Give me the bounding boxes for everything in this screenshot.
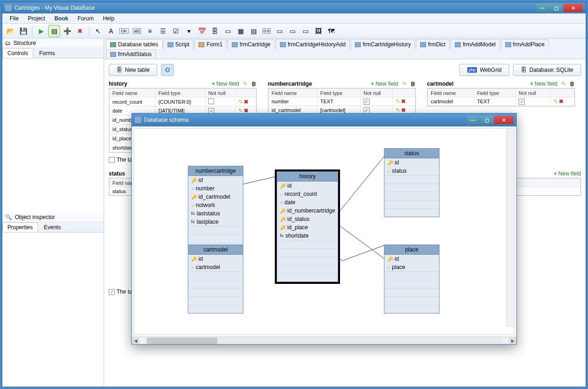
table-row[interactable]: number TEXT✎✖ (269, 97, 415, 106)
schema-field[interactable]: 🔑id_numbercartridge (277, 207, 338, 215)
dialog-minimize-button[interactable]: — (466, 116, 479, 124)
schema-button[interactable]: ⌬ (161, 64, 174, 76)
delete-table-icon[interactable]: 🗑 (251, 81, 257, 87)
image-button[interactable]: 🖼 (312, 25, 324, 37)
schema-table-history[interactable]: history🔑id○record_count○date🔑id_numberca… (277, 171, 338, 282)
run-button[interactable]: ▶ (35, 25, 47, 37)
new-field-button[interactable]: + New field (554, 170, 581, 177)
edit-table-icon[interactable]: ✎ (402, 81, 407, 87)
form-button[interactable]: ▤ (48, 25, 60, 37)
schema-field[interactable]: ○cartmodel (188, 263, 243, 271)
groupbox-button[interactable]: ▭ (286, 25, 298, 37)
tab-frmcartridgehistory[interactable]: frmCartridgeHistory (351, 39, 415, 49)
schema-field[interactable]: 🔑id (188, 176, 243, 184)
schema-dialog[interactable]: Database schema — ▢ ✕ numbercartridge🔑id… (131, 113, 517, 345)
tab-form1[interactable]: Form1 (194, 39, 227, 49)
schema-table-place[interactable]: place🔑id○place (384, 245, 439, 314)
tab-frmcartridgehistoryadd[interactable]: frmCartridgeHistoryAdd (276, 39, 350, 49)
schema-field[interactable]: ○place (384, 263, 439, 271)
new-field-button[interactable]: + New field (530, 81, 557, 87)
delete-table-icon[interactable]: 🗑 (569, 81, 575, 87)
schema-table-header[interactable]: numbercartridge (188, 166, 243, 176)
button-button[interactable]: OK (118, 25, 130, 37)
titlebar[interactable]: Cartridges - My Visual DataBase — ▢ ✕ (2, 2, 586, 13)
schema-canvas[interactable]: numbercartridge🔑id○number🔑id_cartmodel○n… (134, 128, 514, 335)
treeview-button[interactable]: ▤ (248, 25, 260, 37)
schema-field[interactable]: ○notwork (188, 201, 243, 209)
schema-field[interactable]: fxlastplace (188, 218, 243, 226)
schema-field[interactable]: fxshortdate (277, 232, 338, 240)
scroll-right-button[interactable]: ▶ (509, 338, 516, 344)
new-table-button[interactable]: 🗄 New table (109, 64, 157, 76)
edit-icon[interactable]: ✎ (238, 99, 243, 105)
new-field-button[interactable]: + New field (371, 81, 398, 87)
schema-field[interactable]: 🔑id_cartmodel (188, 193, 243, 201)
close-button[interactable]: ✕ (563, 4, 583, 12)
table-row[interactable]: record_count {COUNTER:0}✎✖ (110, 97, 256, 107)
maximize-button[interactable]: ▢ (550, 4, 563, 12)
schema-table-header[interactable]: cartmodel (188, 245, 243, 255)
tab-forms[interactable]: Forms (34, 48, 60, 58)
notnull-cell[interactable] (205, 97, 235, 107)
edit-icon[interactable]: ✎ (396, 107, 400, 113)
schema-table-cartmodel[interactable]: cartmodel🔑id○cartmodel (188, 245, 243, 314)
menu-file[interactable]: File (5, 14, 23, 23)
tab-frmaddmodel[interactable]: frmAddModel (451, 39, 500, 49)
counter-button[interactable]: 0-9 (260, 25, 272, 37)
edit-icon[interactable]: ✎ (396, 98, 400, 105)
scroll-left-button[interactable]: ◀ (132, 338, 139, 344)
cursor-button[interactable]: ↖ (92, 25, 104, 37)
schema-table-header[interactable]: place (384, 245, 439, 255)
memo-button[interactable]: ≡ (144, 25, 156, 37)
dbfile-button[interactable]: ▭ (222, 25, 234, 37)
table-row[interactable]: cartmodel TEXT✎✖ (428, 97, 575, 106)
schema-table-status[interactable]: status🔑id○status (384, 148, 439, 217)
dialog-maximize-button[interactable]: ▢ (480, 116, 493, 124)
richedit-button[interactable]: ☰ (157, 25, 169, 37)
edit-button[interactable]: ab| (131, 25, 143, 37)
panel-button[interactable]: ▭ (273, 25, 285, 37)
dbimage-button[interactable]: 🗄 (209, 25, 221, 37)
schema-field[interactable]: 🔑id (384, 158, 439, 167)
notnull-cell[interactable] (516, 97, 551, 106)
schema-field[interactable]: 🔑id (277, 182, 338, 190)
tab-frmcartridge[interactable]: frmCartridge (228, 39, 275, 49)
minimize-button[interactable]: — (536, 4, 549, 12)
scrollbar-horizontal[interactable]: ◀ ▶ (132, 337, 516, 344)
menu-book[interactable]: Book (50, 14, 73, 23)
tab-script[interactable]: Script (163, 39, 194, 49)
tab-events[interactable]: Events (39, 222, 66, 232)
delete-icon[interactable]: ✖ (244, 99, 248, 105)
save-button[interactable]: 💾 (17, 25, 29, 37)
schema-table-header[interactable]: history (277, 172, 338, 182)
schema-field[interactable]: ○record_count (277, 190, 338, 198)
schema-field[interactable]: 🔑id (188, 255, 243, 263)
delete-icon[interactable]: ✖ (401, 98, 406, 105)
delete-icon[interactable]: ✖ (401, 107, 406, 113)
notnull-cell[interactable] (360, 97, 393, 106)
dialog-titlebar[interactable]: Database schema — ▢ ✕ (132, 113, 516, 126)
dialog-close-button[interactable]: ✕ (494, 116, 514, 124)
checkbox-button[interactable]: ☑ (170, 25, 182, 37)
datetimepicker-button[interactable]: 📅 (196, 25, 208, 37)
menu-project[interactable]: Project (23, 14, 50, 23)
scrollbar-vertical[interactable] (507, 129, 514, 327)
grid-button[interactable]: ▦ (235, 25, 247, 37)
tab-database-tables[interactable]: Database tables (106, 39, 162, 49)
tab-properties[interactable]: Properties (2, 222, 38, 232)
open-button[interactable]: 📂 (4, 25, 16, 37)
tab-frmaddplace[interactable]: frmAddPlace (501, 39, 549, 49)
edit-table-icon[interactable]: ✎ (561, 81, 566, 87)
delete-button[interactable]: ✖ (74, 25, 86, 37)
pagecontrol-button[interactable]: ▭ (299, 25, 311, 37)
menu-help[interactable]: Help (98, 14, 119, 23)
new-field-button[interactable]: + New field (212, 81, 239, 87)
tab-frmaddstatus[interactable]: frmAddStatus (106, 49, 156, 59)
schema-table-header[interactable]: status (384, 149, 439, 158)
schema-field[interactable]: 🔑id_place (277, 223, 338, 232)
edit-table-icon[interactable]: ✎ (243, 81, 248, 87)
edit-icon[interactable]: ✎ (553, 98, 558, 105)
database-type-button[interactable]: 🗄 Database: SQLite (513, 64, 581, 76)
schema-field[interactable]: ○date (277, 198, 338, 207)
combobox-button[interactable]: ▾ (183, 25, 195, 37)
